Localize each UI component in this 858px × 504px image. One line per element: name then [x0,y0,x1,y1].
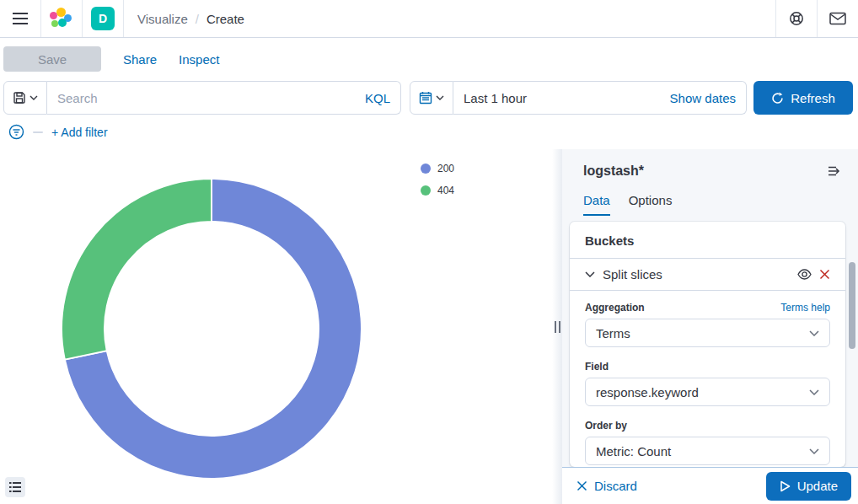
donut-slice-404[interactable] [62,179,212,360]
field-select[interactable]: response.keyword [585,378,830,406]
legend-toggle-button[interactable] [5,477,25,497]
newsfeed-button[interactable] [818,0,858,37]
order-by-value: Metric: Count [596,444,671,458]
eye-icon[interactable] [797,269,812,280]
search-box: KQL [47,81,401,115]
remove-bucket-icon[interactable] [819,269,830,280]
chevron-down-icon [809,330,819,336]
aggregation-select[interactable]: Terms [585,319,830,347]
calendar-icon [419,91,432,105]
refresh-button[interactable]: Refresh [753,81,853,115]
filter-drop-placeholder [33,131,43,133]
menu-button[interactable] [0,0,40,37]
editor-content: 200 404 [0,149,858,504]
filter-bar: + Add filter [0,115,858,149]
time-range-value[interactable]: Last 1 hour [464,91,527,105]
menu-right-icon [828,164,841,178]
split-slices-accordion[interactable]: Split slices [570,258,845,291]
update-label: Update [797,479,838,493]
hamburger-icon [12,12,29,25]
list-icon [9,482,21,492]
refresh-label: Refresh [791,91,835,105]
buckets-panel: Buckets Split slices [570,222,845,467]
legend-dot [421,185,431,196]
legend-label: 404 [437,185,454,196]
close-icon [576,480,587,491]
breadcrumb: Visualize / Create [137,12,244,26]
chevron-down-icon [29,95,38,100]
play-icon [780,480,791,492]
breadcrumb-visualize[interactable]: Visualize [137,12,188,26]
date-quick-select-button[interactable] [410,81,453,115]
discard-label: Discard [594,479,637,493]
space-avatar[interactable]: D [91,7,115,30]
legend-label: 200 [437,163,454,174]
panel-resizer[interactable] [552,149,562,504]
date-picker-group: Last 1 hour Show dates [410,81,747,115]
field-label: Field [585,361,609,373]
share-button[interactable]: Share [123,52,157,67]
saved-query-menu-button[interactable] [3,81,47,115]
aggregation-label: Aggregation [585,302,645,314]
show-dates-link[interactable]: Show dates [670,91,736,105]
save-query-icon [13,91,26,105]
index-pattern-title: logstash* [583,164,644,179]
order-by-label: Order by [585,420,627,432]
top-navigation-bar: D Visualize / Create [0,0,858,38]
mail-icon [829,12,846,25]
kibana-visualize-create: D Visualize / Create [0,0,858,504]
life-ring-icon [789,11,804,26]
editor-action-bar: Save Share Inspect [0,38,858,80]
chevron-down-icon [809,448,819,454]
buckets-title: Buckets [570,222,845,258]
visualization-area: 200 404 [0,149,552,504]
legend-item[interactable]: 200 [421,163,454,174]
resizer-grip-icon [555,321,560,333]
breadcrumb-create: Create [206,12,244,26]
aggregation-value: Terms [596,326,630,340]
terms-help-link[interactable]: Terms help [780,302,830,314]
discard-button[interactable]: Discard [576,479,637,493]
legend-item[interactable]: 404 [421,185,454,196]
breadcrumb-separator: / [196,12,199,26]
split-slices-label: Split slices [603,267,662,281]
panel-tabs: Data Options [562,181,858,216]
order-by-select[interactable]: Metric: Count [585,437,830,465]
filter-icon[interactable] [8,124,24,140]
add-filter-link[interactable]: + Add filter [51,126,108,139]
update-button[interactable]: Update [766,472,851,501]
help-button[interactable] [776,0,817,37]
chevron-down-icon [809,389,819,395]
editor-bottom-bar: Discard Update [562,467,858,504]
collapse-panel-button[interactable] [824,161,845,181]
query-bar: KQL Last 1 hour Show dates [3,81,853,115]
save-button[interactable]: Save [3,46,101,72]
legend-dot [421,164,431,174]
donut-chart [58,175,365,482]
search-input[interactable] [57,91,365,105]
inspect-button[interactable]: Inspect [179,52,219,67]
chevron-down-icon [585,271,595,277]
refresh-icon [771,92,784,105]
chart-legend: 200 404 [421,163,454,196]
editor-side-panel: logstash* Data Options Buckets [562,149,858,504]
time-range-display: Last 1 hour Show dates [453,81,747,115]
elastic-logo[interactable] [41,0,82,37]
divider [82,0,83,37]
scrollbar-thumb[interactable] [849,262,855,349]
field-value: response.keyword [596,385,699,399]
tab-options[interactable]: Options [629,193,673,216]
chevron-down-icon [436,95,444,100]
divider [123,0,124,37]
query-language-switcher[interactable]: KQL [365,91,390,105]
tab-data[interactable]: Data [583,193,610,216]
